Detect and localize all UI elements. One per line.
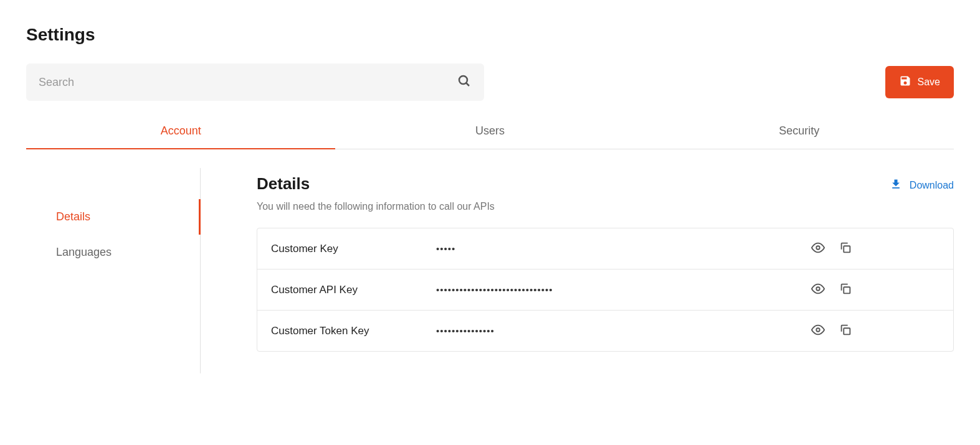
tab-users[interactable]: Users <box>335 113 644 149</box>
copy-button[interactable] <box>839 282 852 297</box>
copy-icon <box>839 282 852 297</box>
svg-point-6 <box>816 328 820 332</box>
key-label: Customer Key <box>271 243 436 255</box>
section-title: Details <box>257 174 890 194</box>
svg-point-2 <box>816 246 820 250</box>
save-button[interactable]: Save <box>885 66 954 98</box>
tab-security[interactable]: Security <box>645 113 954 149</box>
svg-point-0 <box>459 76 467 84</box>
reveal-button[interactable] <box>811 323 825 339</box>
save-button-label: Save <box>918 77 940 88</box>
key-value: •••••••••••••••••••••••••••••• <box>436 284 811 295</box>
key-label: Customer API Key <box>271 284 436 296</box>
search-icon <box>457 73 472 91</box>
key-row: Customer API Key •••••••••••••••••••••••… <box>257 269 953 311</box>
svg-rect-3 <box>844 246 850 252</box>
key-label: Customer Token Key <box>271 325 436 337</box>
tab-account[interactable]: Account <box>26 113 335 149</box>
svg-rect-5 <box>844 287 850 293</box>
sidebar-item-languages[interactable]: Languages <box>26 235 200 270</box>
copy-icon <box>839 241 852 256</box>
section-description: You will need the following information … <box>257 201 890 212</box>
key-row: Customer Token Key ••••••••••••••• <box>257 311 953 351</box>
key-value: ••••••••••••••• <box>436 326 811 336</box>
copy-button[interactable] <box>839 323 852 339</box>
svg-line-1 <box>467 83 470 87</box>
keys-table: Customer Key ••••• Custom <box>257 228 954 352</box>
save-icon <box>899 75 911 90</box>
reveal-button[interactable] <box>811 282 825 297</box>
download-icon <box>890 178 902 193</box>
download-link[interactable]: Download <box>890 174 954 193</box>
page-title: Settings <box>26 25 954 45</box>
sidebar: Details Languages <box>26 168 201 373</box>
tabs: Account Users Security <box>26 113 954 149</box>
search-input[interactable] <box>26 63 484 101</box>
sidebar-item-details[interactable]: Details <box>26 199 200 235</box>
copy-icon <box>839 323 852 339</box>
key-row: Customer Key ••••• <box>257 228 953 269</box>
main-content: Details You will need the following info… <box>201 168 954 373</box>
svg-point-4 <box>816 287 820 291</box>
download-label: Download <box>910 180 954 191</box>
eye-icon <box>811 282 825 297</box>
reveal-button[interactable] <box>811 241 825 256</box>
svg-rect-7 <box>844 328 850 334</box>
eye-icon <box>811 241 825 256</box>
eye-icon <box>811 323 825 339</box>
search-container <box>26 63 484 101</box>
key-value: ••••• <box>436 243 811 254</box>
copy-button[interactable] <box>839 241 852 256</box>
